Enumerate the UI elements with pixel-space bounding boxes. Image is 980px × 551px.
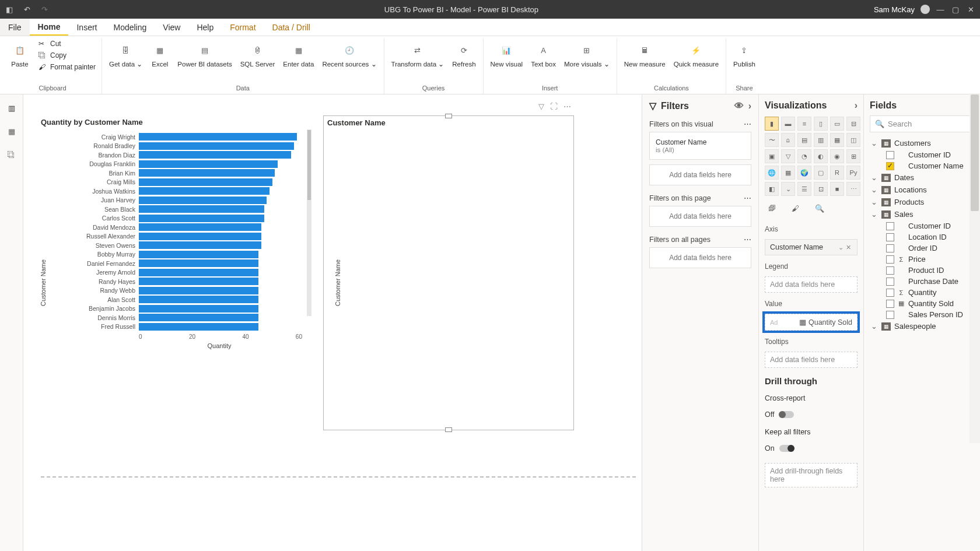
viz-type-icon[interactable]: ⌄ — [781, 182, 795, 196]
table-sales[interactable]: ⌄▦Sales — [870, 208, 974, 220]
add-page-filter-well[interactable]: Add data fields here — [649, 206, 751, 227]
viz-type-icon[interactable]: ⩍ — [781, 133, 795, 147]
text-box-button[interactable]: AText box — [527, 38, 559, 71]
bar-row[interactable]: Jeremy Arnold — [75, 268, 300, 278]
bar-row[interactable]: Russell Alexander — [75, 232, 300, 241]
bar-row[interactable]: Carlos Scott — [75, 214, 300, 223]
collapse-viz-icon[interactable]: › — [855, 100, 858, 111]
field-checkbox[interactable] — [886, 233, 894, 241]
viz-type-icon[interactable]: ▮ — [765, 117, 779, 131]
visual-customer-name-selected[interactable]: ▽ ⛶ ⋯ Customer Name Customer Name — [323, 115, 574, 430]
bar-row[interactable]: Joshua Watkins — [75, 187, 300, 196]
field-checkbox[interactable] — [886, 278, 894, 286]
pbi-datasets-button[interactable]: ▤Power BI datasets — [174, 38, 235, 71]
bar-row[interactable]: Brian Kim — [75, 169, 300, 178]
bar-row[interactable]: Randy Webb — [75, 286, 300, 296]
undo-icon[interactable]: ↶ — [22, 5, 32, 14]
filters-all-more-icon[interactable]: ⋯ — [744, 235, 751, 244]
axis-well[interactable]: Customer Name ⌄✕ — [765, 239, 858, 255]
field-quantity-sold[interactable]: ▦Quantity Sold — [870, 298, 974, 309]
viz-type-icon[interactable]: ⊡ — [814, 182, 828, 196]
viz-type-icon[interactable]: R — [830, 166, 844, 180]
bar-row[interactable]: Brandon Diaz — [75, 150, 300, 160]
field-checkbox[interactable] — [886, 289, 894, 297]
table-salespeople[interactable]: ⌄▦Salespeople — [870, 320, 974, 332]
visual-quantity-by-customer[interactable]: Quantity by Customer Name Customer Name … — [37, 115, 306, 430]
viz-type-icon[interactable]: ◉ — [830, 149, 844, 163]
field-customer-id[interactable]: Customer ID — [870, 149, 974, 160]
field-order-id[interactable]: Order ID — [870, 243, 974, 254]
quick-measure-button[interactable]: ⚡Quick measure — [670, 38, 722, 71]
bar-row[interactable]: Dennis Morris — [75, 313, 300, 322]
drill-through-well[interactable]: Add drill-through fields here — [765, 463, 858, 487]
legend-well[interactable]: Add data fields here — [765, 276, 858, 293]
more-options-icon[interactable]: ⋯ — [564, 102, 571, 111]
viz-type-icon[interactable]: ◫ — [846, 133, 860, 147]
new-visual-button[interactable]: 📊New visual — [487, 38, 527, 71]
table-locations[interactable]: ⌄▦Locations — [870, 184, 974, 196]
refresh-button[interactable]: ⟳Refresh — [449, 38, 479, 71]
viz-type-icon[interactable]: 〜 — [765, 133, 779, 147]
transform-data-button[interactable]: ⇄Transform data ⌄ — [388, 38, 448, 71]
viz-type-icon[interactable]: ▥ — [814, 133, 828, 147]
keep-filters-toggle[interactable] — [779, 445, 794, 452]
paste-button[interactable]: 📋 Paste — [7, 38, 33, 71]
bar-row[interactable]: Steven Owens — [75, 241, 300, 250]
format-painter-button[interactable]: 🖌Format painter — [36, 62, 98, 72]
field-customer-name[interactable]: Customer Name — [870, 160, 974, 171]
user-name[interactable]: Sam McKay — [874, 5, 915, 14]
field-checkbox[interactable] — [886, 311, 894, 319]
copy-button[interactable]: ⿻Copy — [36, 50, 98, 61]
minimize-icon[interactable]: — — [936, 5, 945, 14]
report-view-button[interactable]: ▥ — [5, 101, 18, 114]
field-checkbox[interactable] — [886, 255, 894, 264]
field-quantity[interactable]: ΣQuantity — [870, 287, 974, 298]
visual-scrollbar[interactable] — [307, 129, 312, 316]
new-measure-button[interactable]: 🖩New measure — [621, 38, 669, 71]
bar-row[interactable]: Juan Harvey — [75, 196, 300, 205]
analytics-tab-icon[interactable]: 🔍 — [815, 204, 827, 216]
viz-type-icon[interactable]: ◔ — [797, 149, 811, 163]
bar-row[interactable]: Alan Scott — [75, 295, 300, 304]
bar-row[interactable]: Douglas Franklin — [75, 160, 300, 169]
viz-type-icon[interactable]: ⊟ — [846, 117, 860, 131]
bar-row[interactable]: Craig Mills — [75, 178, 300, 187]
bar-row[interactable]: Randy Hayes — [75, 277, 300, 286]
viz-type-icon[interactable]: ▦ — [830, 133, 844, 147]
field-checkbox[interactable] — [886, 244, 894, 252]
get-data-button[interactable]: 🗄Get data ⌄ — [106, 38, 146, 71]
filters-visual-more-icon[interactable]: ⋯ — [744, 120, 751, 128]
tab-help[interactable]: Help — [188, 19, 222, 36]
tooltips-well[interactable]: Add data fields here — [765, 352, 858, 368]
tab-data-drill[interactable]: Data / Drill — [264, 19, 318, 36]
viz-type-icon[interactable]: ≡ — [797, 117, 811, 131]
collapse-filters-icon[interactable]: › — [748, 101, 751, 111]
field-price[interactable]: ΣPrice — [870, 254, 974, 265]
bar-row[interactable]: Ronald Bradley — [75, 142, 300, 151]
bar-row[interactable]: Craig Wright — [75, 132, 300, 142]
maximize-icon[interactable]: ▢ — [951, 5, 960, 14]
viz-type-icon[interactable]: Py — [846, 166, 860, 180]
viz-type-icon[interactable]: ⊞ — [846, 149, 860, 163]
filters-page-more-icon[interactable]: ⋯ — [744, 194, 751, 202]
bar-row[interactable]: Fred Russell — [75, 322, 300, 332]
bar-row[interactable]: Daniel Fernandez — [75, 259, 300, 268]
focus-mode-icon[interactable]: ⛶ — [550, 102, 558, 111]
show-filters-icon[interactable]: 👁 — [734, 101, 744, 111]
tab-modeling[interactable]: Modeling — [105, 19, 155, 36]
close-icon[interactable]: ✕ — [966, 5, 975, 14]
viz-type-icon[interactable]: 🌍 — [797, 166, 811, 180]
tab-format[interactable]: Format — [222, 19, 264, 36]
field-location-id[interactable]: Location ID — [870, 231, 974, 243]
viz-type-icon[interactable]: ▽ — [781, 149, 795, 163]
report-canvas[interactable]: Quantity by Customer Name Customer Name … — [23, 94, 642, 551]
format-tab-icon[interactable]: 🖌 — [792, 204, 803, 216]
table-products[interactable]: ⌄▦Products — [870, 196, 974, 208]
axis-dropdown-icon[interactable]: ⌄ — [837, 244, 845, 251]
field-checkbox[interactable] — [886, 266, 894, 275]
viz-type-icon[interactable]: ▤ — [797, 133, 811, 147]
tab-file[interactable]: File — [0, 19, 30, 36]
filter-visual-icon[interactable]: ▽ — [538, 102, 544, 111]
bar-row[interactable]: Bobby Murray — [75, 250, 300, 259]
table-customers[interactable]: ⌄▦Customers — [870, 137, 974, 149]
